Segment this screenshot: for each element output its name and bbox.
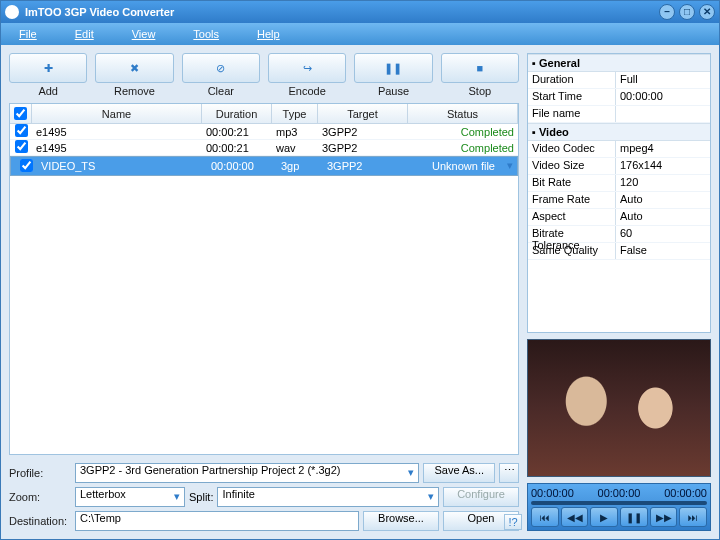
table-row[interactable]: e149500:00:21wav3GPP2Completed — [10, 140, 518, 156]
prop-row[interactable]: Frame RateAuto — [528, 192, 710, 209]
pause-icon: ❚❚ — [384, 62, 402, 75]
configure-button[interactable]: Configure — [443, 487, 519, 507]
row-checkbox[interactable] — [20, 159, 33, 172]
prop-value[interactable]: False — [616, 243, 710, 259]
select-all-checkbox[interactable] — [14, 107, 27, 120]
zoom-select[interactable]: Letterbox — [75, 487, 185, 507]
menu-help[interactable]: Help — [247, 28, 308, 40]
time-end: 00:00:00 — [664, 487, 707, 499]
menu-view[interactable]: View — [122, 28, 184, 40]
encode-button[interactable]: ↪ — [268, 53, 346, 83]
clear-button[interactable]: ⊘ — [182, 53, 260, 83]
cell-duration: 00:00:21 — [202, 142, 272, 154]
help-icon[interactable]: !? — [504, 514, 522, 530]
forward-button[interactable]: ▶▶ — [650, 507, 678, 527]
title-bar: ImTOO 3GP Video Converter – □ ✕ — [1, 1, 719, 23]
profile-more-button[interactable]: ⋯ — [499, 463, 519, 483]
col-status[interactable]: Status — [408, 104, 518, 123]
prop-key: Start Time — [528, 89, 616, 105]
prop-key: Bit Rate — [528, 175, 616, 191]
prop-row[interactable]: DurationFull — [528, 72, 710, 89]
prop-key: Frame Rate — [528, 192, 616, 208]
close-button[interactable]: ✕ — [699, 4, 715, 20]
row-checkbox[interactable] — [15, 124, 28, 137]
destination-input[interactable]: C:\Temp — [75, 511, 359, 531]
player-controls: 00:00:00 00:00:00 00:00:00 ⏮ ◀◀ ▶ ❚❚ ▶▶ … — [527, 483, 711, 531]
prop-value[interactable]: 60 — [616, 226, 710, 242]
pause-button[interactable]: ❚❚ — [354, 53, 432, 83]
prop-key: Video Size — [528, 158, 616, 174]
cell-name: VIDEO_TS — [37, 160, 207, 172]
clear-label: Clear — [208, 85, 234, 97]
grid-empty-area[interactable] — [10, 176, 518, 454]
profile-select[interactable]: 3GPP2 - 3rd Generation Partnership Proje… — [75, 463, 419, 483]
table-row[interactable]: e149500:00:21mp33GPP2Completed — [10, 124, 518, 140]
col-duration[interactable]: Duration — [202, 104, 272, 123]
split-select[interactable]: Infinite — [217, 487, 439, 507]
skip-back-button[interactable]: ⏮ — [531, 507, 559, 527]
cell-target: 3GPP2 — [318, 126, 408, 138]
prop-key: Video Codec — [528, 141, 616, 157]
row-checkbox[interactable] — [15, 140, 28, 153]
prop-value[interactable]: Auto — [616, 192, 710, 208]
menu-edit[interactable]: Edit — [65, 28, 122, 40]
encode-icon: ↪ — [303, 62, 312, 75]
properties-panel[interactable]: GeneralDurationFullStart Time00:00:00Fil… — [527, 53, 711, 333]
pause-label: Pause — [378, 85, 409, 97]
table-row[interactable]: VIDEO_TS00:00:003gp3GPP2Unknown file — [10, 156, 518, 176]
prop-row[interactable]: File name — [528, 106, 710, 123]
prop-value[interactable]: 120 — [616, 175, 710, 191]
file-grid: Name Duration Type Target Status e149500… — [9, 103, 519, 455]
toolbar: ✚Add ✖Remove ⊘Clear ↪Encode ❚❚Pause ■Sto… — [9, 53, 519, 97]
time-start: 00:00:00 — [531, 487, 574, 499]
prop-value[interactable]: Full — [616, 72, 710, 88]
prop-key: Duration — [528, 72, 616, 88]
add-button[interactable]: ✚ — [9, 53, 87, 83]
col-target[interactable]: Target — [318, 104, 408, 123]
prop-value[interactable]: 176x144 — [616, 158, 710, 174]
prop-group[interactable]: Video — [528, 123, 710, 141]
stop-button[interactable]: ■ — [441, 53, 519, 83]
skip-fwd-button[interactable]: ⏭ — [679, 507, 707, 527]
stop-label: Stop — [468, 85, 491, 97]
cell-status: Completed — [408, 142, 518, 154]
app-title: ImTOO 3GP Video Converter — [25, 6, 174, 18]
menu-file[interactable]: File — [9, 28, 65, 40]
destination-label: Destination: — [9, 515, 71, 527]
stop-icon: ■ — [476, 62, 483, 74]
col-name[interactable]: Name — [32, 104, 202, 123]
prop-value[interactable] — [616, 106, 710, 122]
menu-bar: File Edit View Tools Help — [1, 23, 719, 45]
time-mid: 00:00:00 — [598, 487, 641, 499]
save-as-button[interactable]: Save As... — [423, 463, 495, 483]
remove-button[interactable]: ✖ — [95, 53, 173, 83]
prop-key: Aspect — [528, 209, 616, 225]
prop-row[interactable]: Bit Rate120 — [528, 175, 710, 192]
prop-value[interactable]: 00:00:00 — [616, 89, 710, 105]
prop-value[interactable]: mpeg4 — [616, 141, 710, 157]
app-logo-icon — [5, 5, 19, 19]
browse-button[interactable]: Browse... — [363, 511, 439, 531]
seek-bar[interactable] — [531, 501, 707, 505]
prop-row[interactable]: Bitrate Tolerance60 — [528, 226, 710, 243]
maximize-button[interactable]: □ — [679, 4, 695, 20]
prop-row[interactable]: Same QualityFalse — [528, 243, 710, 260]
col-type[interactable]: Type — [272, 104, 318, 123]
play-button[interactable]: ▶ — [590, 507, 618, 527]
prop-row[interactable]: Start Time00:00:00 — [528, 89, 710, 106]
prop-value[interactable]: Auto — [616, 209, 710, 225]
prop-row[interactable]: Video Codecmpeg4 — [528, 141, 710, 158]
minimize-button[interactable]: – — [659, 4, 675, 20]
zoom-label: Zoom: — [9, 491, 71, 503]
prop-row[interactable]: Video Size176x144 — [528, 158, 710, 175]
prop-row[interactable]: AspectAuto — [528, 209, 710, 226]
split-label: Split: — [189, 491, 213, 503]
cell-target: 3GPP2 — [323, 160, 413, 172]
rewind-button[interactable]: ◀◀ — [561, 507, 589, 527]
prop-group[interactable]: General — [528, 54, 710, 72]
menu-tools[interactable]: Tools — [183, 28, 247, 40]
preview-area[interactable] — [527, 339, 711, 477]
clear-icon: ⊘ — [216, 62, 225, 75]
prop-key: File name — [528, 106, 616, 122]
player-pause-button[interactable]: ❚❚ — [620, 507, 648, 527]
